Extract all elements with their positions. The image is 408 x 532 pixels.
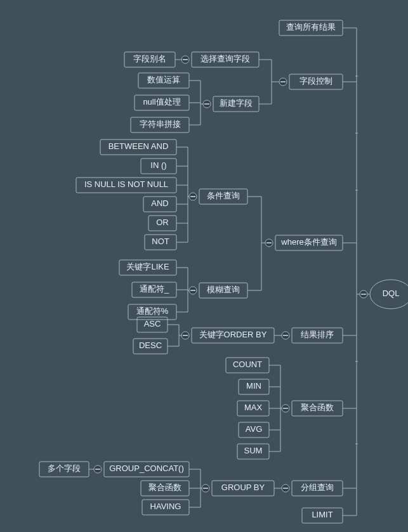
svg-text:OR: OR xyxy=(156,217,169,227)
svg-text:ASC: ASC xyxy=(144,319,161,328)
toggle-cond-query[interactable] xyxy=(189,193,197,200)
svg-text:聚合函数: 聚合函数 xyxy=(301,403,334,412)
toggle-order[interactable] xyxy=(282,332,289,339)
svg-text:BETWEEN AND: BETWEEN AND xyxy=(109,141,169,151)
toggle-agg[interactable] xyxy=(282,405,289,412)
node-group[interactable]: 分组查询 xyxy=(292,481,343,496)
node-max[interactable]: MAX xyxy=(237,401,269,416)
svg-text:GROUP_CONCAT(): GROUP_CONCAT() xyxy=(109,464,183,473)
node-numeric[interactable]: 数值运算 xyxy=(138,73,189,88)
svg-text:DQL: DQL xyxy=(383,289,400,298)
node-alias[interactable]: 字段别名 xyxy=(124,52,175,67)
svg-text:条件查询: 条件查询 xyxy=(207,191,240,200)
toggles xyxy=(94,56,367,492)
svg-text:关键字LIKE: 关键字LIKE xyxy=(126,262,169,271)
mindmap-diagram: DQL 查询所有结果 字段控制 where条件查询 结果排序 聚合函数 分组查询… xyxy=(0,0,408,532)
node-where[interactable]: where条件查询 xyxy=(275,235,343,250)
node-group-by[interactable]: GROUP BY xyxy=(212,481,274,496)
svg-text:分组查询: 分组查询 xyxy=(301,483,334,492)
node-cond-query[interactable]: 条件查询 xyxy=(199,189,247,204)
svg-text:AND: AND xyxy=(151,198,168,208)
svg-text:模糊查询: 模糊查询 xyxy=(207,285,240,294)
svg-text:SUM: SUM xyxy=(244,446,263,455)
node-wc-underscore[interactable]: 通配符_ xyxy=(132,282,176,297)
svg-text:MIN: MIN xyxy=(246,381,261,391)
svg-text:AVG: AVG xyxy=(246,424,263,434)
toggle-group-concat[interactable] xyxy=(94,465,102,473)
node-group-concat[interactable]: GROUP_CONCAT() xyxy=(104,462,189,477)
toggle-group-by[interactable] xyxy=(202,484,209,492)
svg-text:数值运算: 数值运算 xyxy=(147,75,180,84)
node-new-field[interactable]: 新建字段 xyxy=(213,96,259,112)
toggle-field-ctrl[interactable] xyxy=(279,78,287,86)
toggle-group[interactable] xyxy=(282,484,289,492)
svg-text:HAVING: HAVING xyxy=(150,502,181,511)
node-desc[interactable]: DESC xyxy=(133,339,168,354)
node-min[interactable]: MIN xyxy=(239,379,269,394)
svg-text:字段控制: 字段控制 xyxy=(299,76,332,86)
svg-text:通配符_: 通配符_ xyxy=(140,284,169,294)
node-field-ctrl[interactable]: 字段控制 xyxy=(289,74,343,89)
node-agg[interactable]: 聚合函数 xyxy=(292,401,343,416)
node-fuzzy[interactable]: 模糊查询 xyxy=(199,283,247,298)
node-concat[interactable]: 字符串拼接 xyxy=(131,117,189,133)
toggle-orderby[interactable] xyxy=(181,332,189,339)
svg-text:null值处理: null值处理 xyxy=(143,97,180,107)
root-node[interactable]: DQL xyxy=(370,280,408,309)
svg-text:选择查询字段: 选择查询字段 xyxy=(201,54,250,63)
svg-text:字段别名: 字段别名 xyxy=(133,54,166,63)
node-isnull[interactable]: IS NULL IS NOT NULL xyxy=(76,178,176,193)
svg-text:LIMIT: LIMIT xyxy=(312,510,332,519)
node-orderby[interactable]: 关键字ORDER BY xyxy=(192,328,274,343)
svg-text:NOT: NOT xyxy=(152,237,169,246)
toggle-where[interactable] xyxy=(265,239,273,247)
node-count[interactable]: COUNT xyxy=(226,358,269,373)
node-limit[interactable]: LIMIT xyxy=(302,508,343,523)
svg-text:新建字段: 新建字段 xyxy=(220,98,253,108)
toggle-fuzzy[interactable] xyxy=(189,287,197,294)
svg-text:DESC: DESC xyxy=(139,341,162,350)
svg-text:关键字ORDER BY: 关键字ORDER BY xyxy=(199,330,267,339)
node-query-all[interactable]: 查询所有结果 xyxy=(279,20,343,36)
node-in[interactable]: IN () xyxy=(141,159,176,174)
svg-text:IS NULL IS NOT NULL: IS NULL IS NOT NULL xyxy=(84,179,168,189)
node-sum[interactable]: SUM xyxy=(237,444,269,459)
toggle-select-field[interactable] xyxy=(181,56,189,63)
node-like[interactable]: 关键字LIKE xyxy=(119,260,176,275)
node-not[interactable]: NOT xyxy=(145,235,176,250)
node-group-aggfn[interactable]: 聚合函数 xyxy=(141,481,189,496)
toggle-root[interactable] xyxy=(360,290,367,298)
svg-text:MAX: MAX xyxy=(244,403,263,412)
node-between[interactable]: BETWEEN AND xyxy=(100,139,176,155)
svg-text:GROUP BY: GROUP BY xyxy=(221,483,265,492)
svg-text:where条件查询: where条件查询 xyxy=(280,237,336,247)
node-select-field[interactable]: 选择查询字段 xyxy=(192,52,259,67)
svg-text:IN (): IN () xyxy=(150,160,166,170)
svg-text:多个字段: 多个字段 xyxy=(48,464,81,473)
node-or[interactable]: OR xyxy=(148,216,176,231)
svg-text:通配符%: 通配符% xyxy=(136,306,169,316)
node-multi-fields[interactable]: 多个字段 xyxy=(39,462,89,477)
node-having[interactable]: HAVING xyxy=(142,500,189,515)
svg-text:查询所有结果: 查询所有结果 xyxy=(286,22,336,32)
svg-text:字符串拼接: 字符串拼接 xyxy=(140,119,181,129)
svg-text:聚合函数: 聚合函数 xyxy=(148,483,181,492)
toggle-new-field[interactable] xyxy=(203,100,211,108)
node-order[interactable]: 结果排序 xyxy=(292,328,343,343)
node-avg[interactable]: AVG xyxy=(239,422,269,438)
node-and[interactable]: AND xyxy=(143,197,176,212)
svg-text:COUNT: COUNT xyxy=(233,360,262,369)
svg-text:结果排序: 结果排序 xyxy=(301,330,334,339)
node-null-handle[interactable]: null值处理 xyxy=(135,95,189,110)
